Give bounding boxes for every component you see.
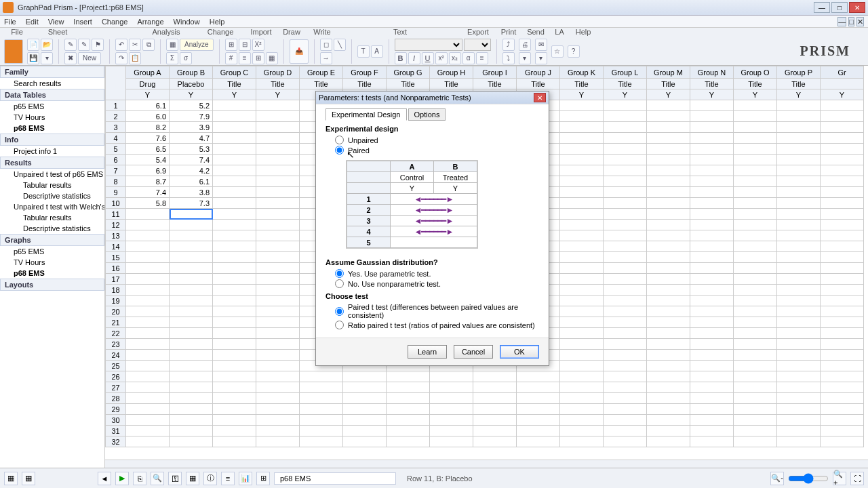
status-grid-icon[interactable]: ▦ (4, 472, 18, 485)
zoom-slider[interactable] (788, 473, 829, 484)
text-icon[interactable]: T (357, 45, 370, 58)
analyze-button[interactable]: Analyze (180, 39, 214, 51)
nav-list-icon[interactable]: ≡ (221, 472, 235, 485)
new-button[interactable]: New (78, 52, 101, 64)
nav-link-icon[interactable]: ⎘ (133, 472, 146, 485)
nav-gr-2[interactable]: p68 EMS (0, 268, 104, 279)
new-file-icon[interactable]: 📄 (27, 39, 39, 51)
draw-shape-icon[interactable]: ◻ (320, 39, 332, 51)
zoom-in-icon[interactable]: 🔍+ (833, 472, 846, 485)
save-icon[interactable]: 💾 (27, 52, 39, 64)
dialog-close-icon[interactable]: ✕ (534, 93, 546, 102)
nav-gr-1[interactable]: TV Hours (0, 257, 104, 268)
nav-first-icon[interactable]: ◄ (98, 472, 111, 485)
menu-window[interactable]: Window (174, 18, 200, 26)
radio-unpaired[interactable]: Unpaired (335, 136, 539, 144)
nav-info[interactable]: Info (0, 134, 104, 146)
italic-icon[interactable]: I (408, 52, 420, 64)
sup-icon[interactable]: x² (435, 52, 448, 64)
nav-grid-icon[interactable]: ▦ (186, 472, 199, 485)
change5-icon[interactable]: ≡ (239, 52, 251, 64)
fit-icon[interactable]: ⛶ (850, 472, 864, 485)
minimize-button[interactable]: — (814, 2, 830, 13)
nav-play-icon[interactable]: ▶ (115, 472, 129, 485)
radio-ratio-ttest[interactable]: Ratio paired t test (ratios of paired va… (335, 321, 539, 329)
export2-icon[interactable]: ⤵ (502, 52, 515, 64)
menu-insert[interactable]: Insert (73, 18, 92, 26)
mdi-maximize-button[interactable]: □ (848, 17, 854, 26)
nav-datatables[interactable]: Data Tables (0, 89, 104, 101)
menu-help[interactable]: Help (210, 18, 225, 26)
radio-gauss-yes[interactable]: Yes. Use parametric test. (335, 269, 539, 278)
analyze-grid-icon[interactable]: ▦ (166, 39, 178, 51)
cut-icon[interactable]: ✂ (129, 39, 141, 51)
menu-edit[interactable]: Edit (26, 18, 39, 26)
font-select[interactable] (395, 39, 462, 51)
pencil-icon[interactable]: ✎ (64, 39, 77, 51)
ok-button[interactable]: OK (500, 345, 539, 359)
nav-family[interactable]: Family (0, 66, 104, 78)
nav-dt-1[interactable]: TV Hours (0, 112, 104, 123)
status-grid2-icon[interactable]: ▦ (22, 472, 35, 485)
change4-icon[interactable]: # (225, 52, 237, 64)
menu-file[interactable]: File (4, 18, 16, 26)
radio-gauss-no[interactable]: No. Use nonparametric test. (335, 279, 539, 288)
nav-graphs[interactable]: Graphs (0, 234, 104, 246)
highlight-icon[interactable]: ✎ (78, 39, 90, 51)
change2-icon[interactable]: ⊟ (239, 39, 251, 51)
change3-icon[interactable]: X² (252, 39, 264, 51)
nav-search[interactable]: Search results (0, 78, 104, 89)
align-left-icon[interactable]: ≡ (476, 52, 488, 64)
change1-icon[interactable]: ⊞ (225, 39, 237, 51)
nav-chart-icon[interactable]: 📊 (239, 472, 252, 485)
radio-paired[interactable]: Paired (335, 146, 539, 155)
help-icon[interactable]: ? (568, 45, 580, 58)
nav-layout-icon[interactable]: ⊞ (256, 472, 270, 485)
underline-icon[interactable]: U (422, 52, 434, 64)
tab-experimental-design[interactable]: Experimental Design (326, 108, 407, 121)
mdi-close-button[interactable]: ✕ (856, 17, 864, 26)
nav-layouts[interactable]: Layouts (0, 279, 104, 291)
change6-icon[interactable]: ⊞ (252, 52, 264, 64)
menu-arrange[interactable]: Arrange (137, 18, 163, 26)
copy-icon[interactable]: ⧉ (142, 39, 155, 51)
greek-icon[interactable]: α (462, 52, 475, 64)
bold-icon[interactable]: B (395, 52, 407, 64)
nav-dt-2[interactable]: p68 EMS (0, 123, 104, 134)
change7-icon[interactable]: ▦ (266, 52, 278, 64)
undo-icon[interactable]: ↶ (115, 39, 127, 51)
stat2-icon[interactable]: σ (180, 52, 192, 64)
text2-icon[interactable]: A (371, 45, 383, 58)
flag-icon[interactable]: ⚑ (92, 39, 104, 51)
draw-arrow-icon[interactable]: → (320, 52, 332, 64)
sheet-name-display[interactable]: p68 EMS (274, 472, 396, 485)
nav-results[interactable]: Results (0, 157, 104, 169)
prism-icon[interactable] (4, 39, 23, 64)
nav-info-0[interactable]: Project info 1 (0, 146, 104, 157)
tab-options[interactable]: Options (408, 108, 446, 121)
nav-dt-0[interactable]: p65 EMS (0, 101, 104, 112)
mdi-minimize-button[interactable]: — (837, 17, 846, 26)
delete-icon[interactable]: ✖ (64, 52, 77, 64)
draw-line-icon[interactable]: ╲ (334, 39, 346, 51)
paste-icon[interactable]: 📋 (129, 52, 141, 64)
redo-icon[interactable]: ↷ (115, 52, 127, 64)
print2-icon[interactable]: ▾ (519, 52, 531, 64)
menu-change[interactable]: Change (102, 18, 128, 26)
learn-button[interactable]: Learn (408, 345, 447, 359)
nav-res-0-1[interactable]: Descriptive statistics (0, 190, 104, 201)
stat-icon[interactable]: Σ (166, 52, 178, 64)
send2-icon[interactable]: ▾ (535, 52, 547, 64)
menu-view[interactable]: View (48, 18, 64, 26)
import-icon[interactable]: 📥 (290, 39, 309, 64)
nav-res-0[interactable]: Unpaired t test of p65 EMS (0, 169, 104, 180)
nav-key-icon[interactable]: ⚿ (168, 472, 182, 485)
nav-res-1-1[interactable]: Descriptive statistics (0, 223, 104, 234)
font-size-select[interactable] (464, 39, 491, 51)
nav-res-0-0[interactable]: Tabular results (0, 180, 104, 190)
saveas-icon[interactable]: ▾ (41, 52, 53, 64)
open-icon[interactable]: 📂 (41, 39, 53, 51)
close-button[interactable]: ✕ (849, 2, 865, 13)
nav-gr-0[interactable]: p65 EMS (0, 246, 104, 257)
maximize-button[interactable]: □ (831, 2, 848, 13)
